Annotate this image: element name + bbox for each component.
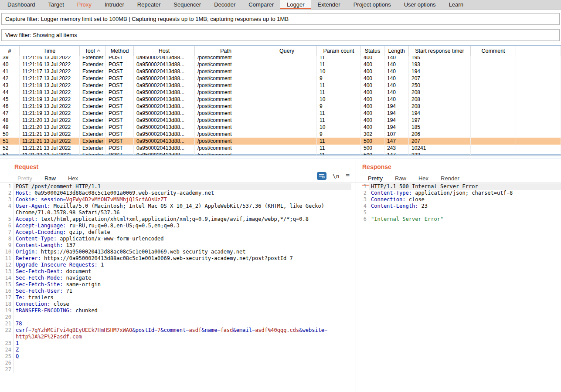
cell-host: 0a9500020413d88...	[134, 89, 195, 96]
cell-filler	[516, 89, 561, 96]
line-number: 23	[3, 340, 14, 347]
column-header-tool[interactable]: Tool	[80, 46, 106, 56]
table-row[interactable]: 5011:21:21 13 Jul 2022ExtenderPOST0a9500…	[0, 131, 561, 138]
cell-comment	[471, 131, 516, 138]
table-row[interactable]: 4511:21:19 13 Jul 2022ExtenderPOST0a9500…	[0, 96, 561, 103]
cell-host: 0a9500020413d88...	[134, 145, 195, 152]
cell-method: POST	[106, 131, 134, 138]
table-row[interactable]: 4311:21:18 13 Jul 2022ExtenderPOST0a9500…	[0, 82, 561, 89]
table-row[interactable]: 4811:21:20 13 Jul 2022ExtenderPOST0a9500…	[0, 117, 561, 124]
table-row[interactable]: 5211:21:21 13 Jul 2022ExtenderPOST0a9500…	[0, 145, 561, 152]
cell-id: 41	[0, 68, 20, 75]
top-tab-repeater[interactable]: Repeater	[131, 0, 167, 9]
cell-timer: 223	[409, 152, 471, 155]
top-tab-target[interactable]: Target	[42, 0, 71, 9]
horizontal-splitter[interactable]	[0, 155, 561, 159]
newline-toggle-icon[interactable]: \n	[333, 173, 340, 179]
code-line: 6Accept-Language: ru-RU,ru;q=0.8,en-US;q…	[3, 223, 351, 229]
cell-tool: Extender	[80, 75, 106, 82]
cell-query	[257, 75, 317, 82]
table-row[interactable]: 5111:21:21 13 Jul 2022ExtenderPOST0a9500…	[0, 138, 561, 145]
response-editor[interactable]: 1HTTP/1.1 500 Internal Server Error2Cont…	[358, 183, 561, 392]
cell-id: 46	[0, 103, 20, 110]
sort-asc-icon	[97, 49, 101, 53]
code-line: 11Referer: https://0a9500020413d88ac08c5…	[3, 255, 351, 262]
table-row[interactable]: 4711:21:19 13 Jul 2022ExtenderPOST0a9500…	[0, 110, 561, 117]
table-row[interactable]: 4411:21:18 13 Jul 2022ExtenderPOST0a9500…	[0, 89, 561, 96]
cell-comment	[471, 138, 516, 145]
request-editor[interactable]: 1POST /post/comment HTTP/1.12Host: 0a950…	[3, 183, 351, 392]
top-tab-learn[interactable]: Learn	[442, 0, 470, 9]
table-row[interactable]: 4611:21:19 13 Jul 2022ExtenderPOST0a9500…	[0, 103, 561, 110]
top-tab-intruder[interactable]: Intruder	[98, 0, 131, 9]
cell-method: POST	[106, 96, 134, 103]
cell-time: 11:21:19 13 Jul 2022	[20, 110, 80, 117]
table-row[interactable]: 4911:21:20 13 Jul 2022ExtenderPOST0a9500…	[0, 124, 561, 131]
code-line: 10Origin: https://0a9500020413d88ac08c5c…	[3, 249, 351, 255]
cell-param_count: 11	[317, 56, 361, 61]
word-wrap-icon[interactable]	[317, 172, 326, 180]
top-tab-sequencer[interactable]: Sequencer	[167, 0, 207, 9]
cell-query	[257, 152, 317, 155]
top-tab-proxy[interactable]: Proxy	[71, 0, 98, 9]
cell-comment	[471, 75, 516, 82]
line-number: 15	[3, 281, 14, 288]
response-tab-bar: PrettyRawHexRender	[356, 171, 561, 182]
editor-menu-icon[interactable]: ≡	[346, 172, 350, 179]
cell-comment	[471, 56, 516, 61]
table-row[interactable]: 4111:21:17 13 Jul 2022ExtenderPOST0a9500…	[0, 68, 561, 75]
cell-id: 52	[0, 145, 20, 152]
column-header-path[interactable]: Path	[195, 46, 257, 56]
cell-query	[257, 145, 317, 152]
cell-time: 11:21:21 13 Jul 2022	[20, 131, 80, 138]
cell-id: 43	[0, 82, 20, 89]
top-tab-project-options[interactable]: Project options	[347, 0, 398, 9]
column-header-method[interactable]: Method	[106, 46, 134, 56]
column-header-time[interactable]: Time	[20, 46, 80, 56]
column-header--[interactable]: #	[0, 46, 20, 56]
cell-time: 11:21:17 13 Jul 2022	[20, 68, 80, 75]
column-header-comment[interactable]: Comment	[471, 46, 516, 56]
table-row[interactable]: 5311:21:22 13 Jul 2022ExtenderPOST0a9500…	[0, 152, 561, 155]
top-tab-user-options[interactable]: User options	[398, 0, 442, 9]
cell-query	[257, 56, 317, 61]
code-line: 17Te: trailers	[3, 294, 351, 301]
top-tab-comparer[interactable]: Comparer	[242, 0, 280, 9]
cell-method: POST	[106, 89, 134, 96]
capture-filter-bar[interactable]: Capture filter: Logger memory limit set …	[1, 13, 560, 25]
line-number: 4	[358, 203, 369, 210]
cell-id: 49	[0, 124, 20, 131]
cell-path: /post/comment	[195, 124, 257, 131]
top-tab-dashboard[interactable]: Dashboard	[1, 0, 42, 9]
column-header-status[interactable]: Status	[361, 46, 384, 56]
cell-query	[257, 103, 317, 110]
top-tab-decoder[interactable]: Decoder	[207, 0, 242, 9]
cell-method: POST	[106, 110, 134, 117]
cell-timer: 206	[409, 131, 471, 138]
code-line: 26	[3, 360, 351, 366]
column-header-param-count[interactable]: Param count	[317, 46, 361, 56]
column-header-query[interactable]: Query	[257, 46, 317, 56]
cell-path: /post/comment	[195, 110, 257, 117]
cell-id: 47	[0, 110, 20, 117]
column-header-start-response-timer[interactable]: Start response timer	[409, 46, 471, 56]
cell-timer: 194	[409, 110, 471, 117]
cell-host: 0a9500020413d88...	[134, 110, 195, 117]
top-tab-extender[interactable]: Extender	[311, 0, 347, 9]
code-line: 12Upgrade-Insecure-Requests: 1	[3, 262, 351, 268]
view-filter-bar[interactable]: View filter: Showing all items	[1, 29, 560, 41]
table-row[interactable]: 4011:21:16 13 Jul 2022ExtenderPOST0a9500…	[0, 61, 561, 68]
request-tab-bar: PrettyRawHex \n ≡	[0, 171, 356, 182]
cell-method: POST	[106, 103, 134, 110]
cell-id: 39	[0, 56, 20, 61]
column-header-host[interactable]: Host	[134, 46, 195, 56]
cell-host: 0a9500020413d88...	[134, 131, 195, 138]
code-line: 8Content-Type: application/x-www-form-ur…	[3, 236, 351, 242]
top-tab-logger[interactable]: Logger	[280, 0, 311, 9]
table-row[interactable]: 3911:21:16 13 Jul 2022ExtenderPOST0a9500…	[0, 56, 561, 61]
table-row[interactable]: 4211:21:17 13 Jul 2022ExtenderPOST0a9500…	[0, 75, 561, 82]
line-number: 8	[3, 236, 14, 242]
column-header-length[interactable]: Length	[384, 46, 409, 56]
line-number: 4	[3, 203, 14, 210]
code-line: 2Content-Type: application/json; charset…	[358, 190, 561, 196]
